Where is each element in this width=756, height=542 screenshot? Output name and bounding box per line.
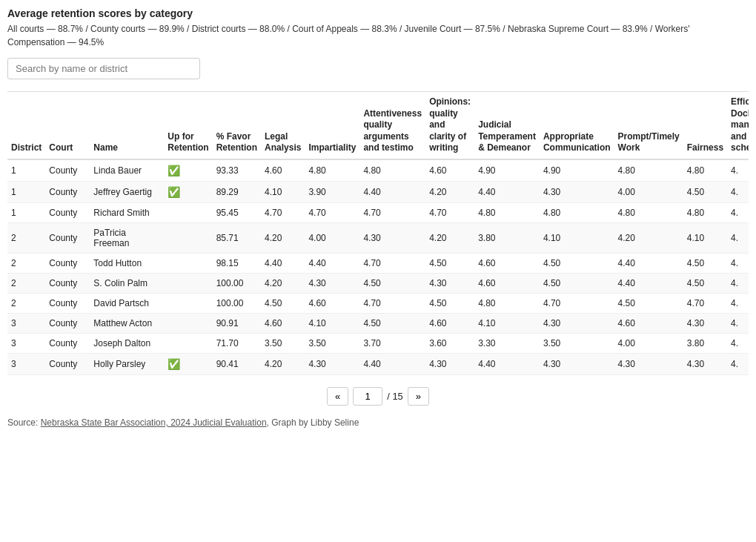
table-cell: 71.70 xyxy=(213,333,261,353)
table-cell: 4.30 xyxy=(425,353,474,374)
table-cell: 4.80 xyxy=(614,202,683,222)
table-cell: 4.10 xyxy=(474,313,540,333)
table-cell: 4.10 xyxy=(261,181,305,202)
table-cell: 1 xyxy=(7,181,45,202)
search-input[interactable] xyxy=(7,58,200,79)
col-up-retention: Up for Retention xyxy=(164,92,212,159)
table-row: 3CountyJoseph Dalton71.703.503.503.703.6… xyxy=(7,333,749,353)
table-cell: Todd Hutton xyxy=(90,253,164,273)
table-row: 3CountyHolly Parsley✅90.414.204.304.404.… xyxy=(7,353,749,374)
table-cell: County xyxy=(45,159,90,182)
table-cell xyxy=(164,333,212,353)
table-cell: County xyxy=(45,181,90,202)
table-cell xyxy=(164,222,212,253)
source-link[interactable]: Nebraska State Bar Association, 2024 Jud… xyxy=(41,417,267,428)
table-cell: 4.30 xyxy=(683,313,727,333)
table-cell: 4.30 xyxy=(540,353,614,374)
table-cell: 4.50 xyxy=(614,293,683,313)
table-cell: 4.90 xyxy=(474,159,540,182)
table-cell: 3 xyxy=(7,353,45,374)
table-cell: 4.10 xyxy=(540,222,614,253)
col-efficiency: Efficiency Docket management and schedul… xyxy=(727,92,749,159)
table-cell: 4.70 xyxy=(359,253,425,273)
table-cell: Matthew Acton xyxy=(90,313,164,333)
table-cell: 4.70 xyxy=(359,202,425,222)
table-cell: 4.50 xyxy=(683,253,727,273)
table-cell: 1 xyxy=(7,159,45,182)
table-cell: 4.90 xyxy=(540,159,614,182)
table-cell: 4.30 xyxy=(425,273,474,293)
col-communication: Appropriate Communication xyxy=(540,92,614,159)
col-attentiveness: Attentiveness quality arguments and test… xyxy=(359,92,425,159)
table-cell: 89.29 xyxy=(213,181,261,202)
table-cell: 4.50 xyxy=(359,273,425,293)
table-cell: 4.60 xyxy=(474,253,540,273)
table-cell: 4.60 xyxy=(474,273,540,293)
table-cell: 2 xyxy=(7,293,45,313)
page-input[interactable] xyxy=(353,387,382,406)
table-row: 1CountyLinda Bauer✅93.334.604.804.804.60… xyxy=(7,159,749,182)
table-cell: 4.70 xyxy=(540,293,614,313)
table-cell: 3.70 xyxy=(359,333,425,353)
table-cell: 4.60 xyxy=(425,313,474,333)
table-cell: 100.00 xyxy=(213,273,261,293)
table-cell: 3.50 xyxy=(540,333,614,353)
table-cell: 4.50 xyxy=(425,293,474,313)
next-button[interactable]: » xyxy=(408,387,429,406)
table-cell: 4.80 xyxy=(614,159,683,182)
table-cell: Linda Bauer xyxy=(90,159,164,182)
table-cell: 4.40 xyxy=(359,353,425,374)
pagination: « / 15 » xyxy=(7,387,749,406)
table-cell: 93.33 xyxy=(213,159,261,182)
table-cell: County xyxy=(45,333,90,353)
col-temperament: Judicial Temperament & Demeanor xyxy=(474,92,540,159)
table-cell: 4.60 xyxy=(425,159,474,182)
table-cell: 4.00 xyxy=(614,333,683,353)
table-cell: 4.60 xyxy=(261,313,305,333)
table-cell: 4.70 xyxy=(261,202,305,222)
prev-button[interactable]: « xyxy=(327,387,348,406)
table-cell: 2 xyxy=(7,222,45,253)
table-cell: 4.50 xyxy=(540,273,614,293)
table-cell: County xyxy=(45,222,90,253)
table-cell xyxy=(164,273,212,293)
table-cell: 4.60 xyxy=(305,293,359,313)
col-impartiality: Impartiality xyxy=(305,92,359,159)
table-row: 2CountyDavid Partsch100.004.504.604.704.… xyxy=(7,293,749,313)
table-cell: Jeffrey Gaertig xyxy=(90,181,164,202)
table-cell: 4.50 xyxy=(359,313,425,333)
table-cell: 4.20 xyxy=(261,222,305,253)
data-table: District Court Name Up for Retention % F… xyxy=(7,91,749,375)
table-cell: 90.91 xyxy=(213,313,261,333)
table-cell: 4.30 xyxy=(614,353,683,374)
table-cell: 4. xyxy=(727,313,749,333)
table-cell: 4.20 xyxy=(261,353,305,374)
table-cell: 4.60 xyxy=(261,159,305,182)
table-cell: 4.70 xyxy=(359,293,425,313)
table-cell: 4.80 xyxy=(474,293,540,313)
subtitle: All courts — 88.7% / County courts — 89.… xyxy=(7,22,749,49)
table-cell: 2 xyxy=(7,273,45,293)
table-cell: ✅ xyxy=(164,159,212,182)
table-cell: 4.80 xyxy=(683,202,727,222)
table-cell: 98.15 xyxy=(213,253,261,273)
table-cell: 4.00 xyxy=(614,181,683,202)
table-cell: 3 xyxy=(7,333,45,353)
table-cell: 4.70 xyxy=(683,293,727,313)
table-cell: 3.80 xyxy=(683,333,727,353)
title: Average retention scores by category xyxy=(7,7,749,19)
table-cell: David Partsch xyxy=(90,293,164,313)
table-cell: Joseph Dalton xyxy=(90,333,164,353)
table-row: 3CountyMatthew Acton90.914.604.104.504.6… xyxy=(7,313,749,333)
table-cell: 4.00 xyxy=(305,222,359,253)
table-row: 1CountyRichard Smith95.454.704.704.704.7… xyxy=(7,202,749,222)
table-cell: 4.20 xyxy=(614,222,683,253)
table-cell: 4.50 xyxy=(261,293,305,313)
page-total: / 15 xyxy=(387,391,403,402)
table-cell xyxy=(164,293,212,313)
table-cell: 3.50 xyxy=(261,333,305,353)
table-cell: 4.20 xyxy=(425,222,474,253)
table-cell: 4. xyxy=(727,333,749,353)
table-cell: 4.30 xyxy=(359,222,425,253)
table-cell: 3.60 xyxy=(425,333,474,353)
